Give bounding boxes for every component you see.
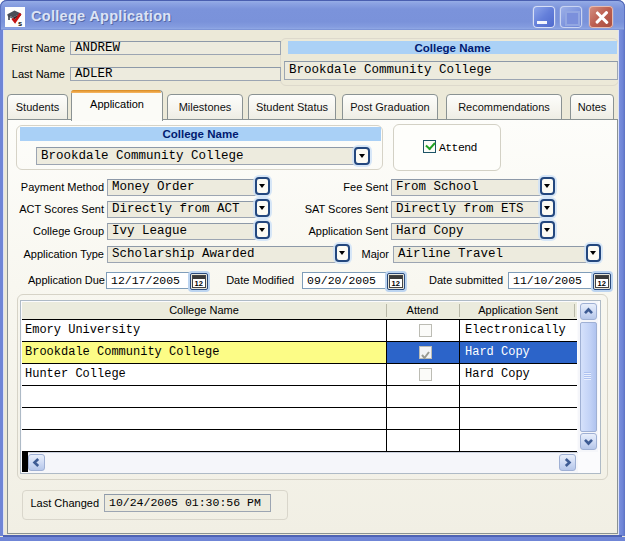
svg-text:s: s	[18, 19, 22, 28]
